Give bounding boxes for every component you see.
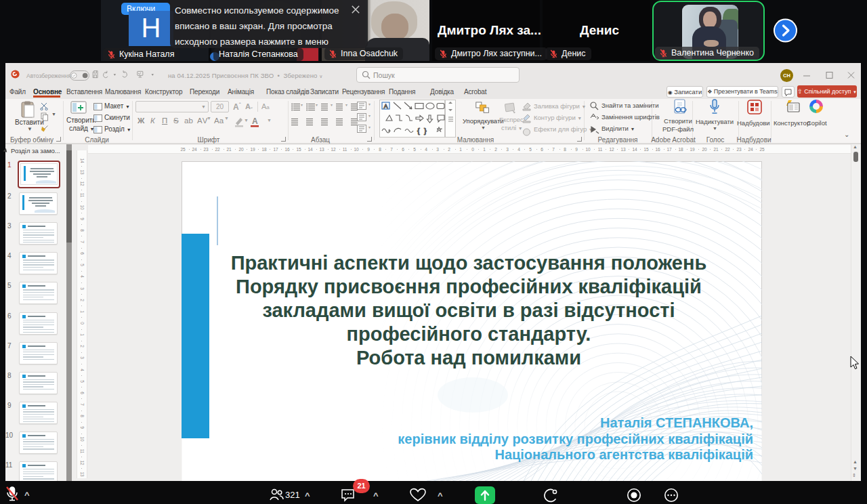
svg-text:}: } — [424, 127, 427, 135]
svg-text:А: А — [252, 117, 258, 126]
svg-text:{: { — [417, 127, 420, 135]
svg-text:A: A — [384, 103, 388, 110]
